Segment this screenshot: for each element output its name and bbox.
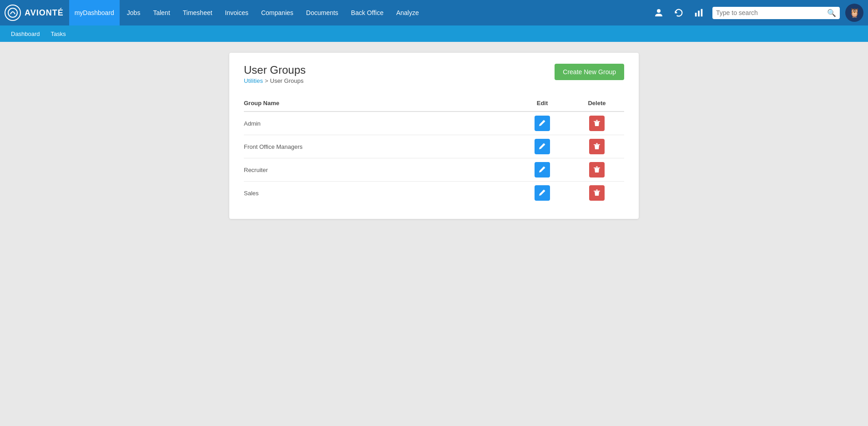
logo-icon — [5, 5, 21, 21]
svg-rect-13 — [596, 166, 598, 167]
svg-rect-16 — [596, 189, 598, 190]
group-name-front-office: Front Office Managers — [244, 143, 515, 150]
search-icon[interactable]: 🔍 — [827, 9, 836, 17]
table-row: Recruiter — [244, 158, 624, 182]
breadcrumb-current: User Groups — [270, 77, 304, 84]
delete-button-sales[interactable] — [589, 185, 605, 201]
trash-icon — [593, 142, 601, 151]
user-groups-card: User Groups Utilities > User Groups Crea… — [229, 53, 639, 219]
analytics-icon[interactable] — [691, 5, 707, 21]
page-title-area: User Groups Utilities > User Groups — [244, 64, 306, 84]
col-header-group-name: Group Name — [244, 100, 515, 106]
breadcrumb-utilities-link[interactable]: Utilities — [244, 77, 263, 84]
breadcrumb: Utilities > User Groups — [244, 77, 306, 84]
table-row: Front Office Managers — [244, 135, 624, 158]
nav-item-documents[interactable]: Documents — [301, 0, 344, 25]
edit-icon — [539, 189, 546, 198]
delete-button-recruiter[interactable] — [589, 162, 605, 178]
trash-icon — [593, 166, 601, 174]
delete-button-front-office[interactable] — [589, 139, 605, 154]
edit-button-front-office[interactable] — [535, 139, 550, 154]
nav-item-talent[interactable]: Talent — [147, 0, 175, 25]
owl-icon[interactable]: 🦉 — [845, 4, 863, 22]
nav-item-mydashboard[interactable]: myDashboard — [69, 0, 120, 25]
group-name-admin: Admin — [244, 120, 515, 127]
svg-rect-3 — [698, 10, 700, 16]
user-profile-icon[interactable] — [651, 5, 667, 21]
main-content: User Groups Utilities > User Groups Crea… — [0, 42, 868, 230]
edit-icon — [539, 119, 546, 128]
delete-action-sales — [570, 185, 624, 201]
edit-action-front-office — [515, 139, 570, 154]
nav-item-invoices[interactable]: Invoices — [220, 0, 254, 25]
page-header: User Groups Utilities > User Groups Crea… — [244, 64, 624, 84]
edit-button-sales[interactable] — [535, 185, 550, 201]
nav-item-timesheet[interactable]: Timesheet — [177, 0, 218, 25]
page-title: User Groups — [244, 64, 306, 76]
svg-rect-7 — [596, 120, 598, 121]
trash-icon — [593, 119, 601, 128]
logo-text: AVIONTÉ — [25, 8, 64, 18]
edit-action-recruiter — [515, 162, 570, 178]
group-name-sales: Sales — [244, 190, 515, 197]
table-row: Admin — [244, 112, 624, 135]
table-row: Sales — [244, 182, 624, 204]
table-header: Group Name Edit Delete — [244, 95, 624, 112]
subnav-item-dashboard[interactable]: Dashboard — [6, 25, 45, 42]
sub-navigation: Dashboard Tasks — [0, 25, 868, 42]
breadcrumb-separator: > — [265, 77, 268, 84]
svg-rect-12 — [594, 167, 600, 168]
trash-icon — [593, 189, 601, 198]
refresh-icon[interactable] — [671, 5, 687, 21]
group-name-recruiter: Recruiter — [244, 167, 515, 173]
svg-rect-4 — [701, 9, 703, 17]
svg-rect-6 — [594, 121, 600, 122]
delete-action-recruiter — [570, 162, 624, 178]
svg-rect-10 — [596, 143, 598, 144]
create-new-group-button[interactable]: Create New Group — [555, 64, 624, 80]
edit-button-admin[interactable] — [535, 116, 550, 131]
edit-icon — [539, 166, 546, 174]
subnav-item-tasks[interactable]: Tasks — [46, 25, 71, 42]
delete-action-front-office — [570, 139, 624, 154]
svg-rect-9 — [594, 144, 600, 145]
nav-icon-group — [651, 5, 707, 21]
edit-button-recruiter[interactable] — [535, 162, 550, 178]
svg-rect-15 — [594, 191, 600, 192]
top-navigation: AVIONTÉ myDashboard Jobs Talent Timeshee… — [0, 0, 868, 25]
edit-action-admin — [515, 116, 570, 131]
col-header-delete: Delete — [570, 100, 624, 106]
delete-button-admin[interactable] — [589, 116, 605, 131]
logo[interactable]: AVIONTÉ — [5, 5, 64, 21]
search-bar[interactable]: 🔍 — [712, 7, 840, 19]
col-header-edit: Edit — [515, 100, 570, 106]
nav-item-analyze[interactable]: Analyze — [391, 0, 424, 25]
edit-icon — [539, 142, 546, 151]
nav-item-companies[interactable]: Companies — [256, 0, 299, 25]
delete-action-admin — [570, 116, 624, 131]
svg-rect-2 — [695, 13, 697, 16]
nav-item-backoffice[interactable]: Back Office — [346, 0, 389, 25]
nav-item-jobs[interactable]: Jobs — [121, 0, 146, 25]
edit-action-sales — [515, 185, 570, 201]
search-input[interactable] — [716, 9, 827, 16]
svg-point-0 — [8, 8, 17, 17]
svg-point-1 — [657, 9, 661, 13]
user-groups-table: Group Name Edit Delete Admin — [244, 95, 624, 204]
